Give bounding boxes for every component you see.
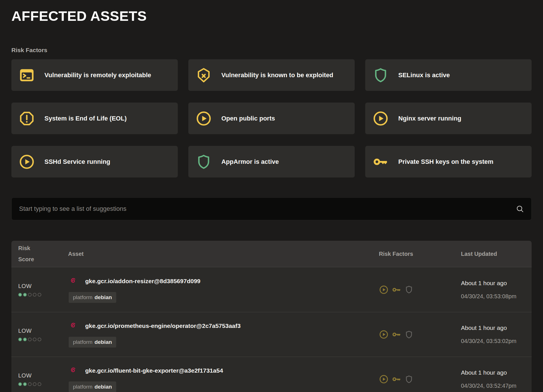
table-row[interactable]: LOW gke.gcr.io/prometheus-engine/operato… [11,312,532,357]
affected-assets-page: AFFECTED ASSETS Risk Factors Vulnerabili… [0,0,543,392]
platform-chip-value: debian [95,294,112,301]
last-updated-timestamp: 04/30/24, 03:53:02pm [461,338,525,344]
risk-dot-empty [28,382,32,386]
asset-search-bar[interactable] [11,197,532,220]
platform-chip-key: platform [73,339,93,345]
risk-score-cell: LOW [18,372,68,386]
risk-factor-card[interactable]: Vulnerability is known to be exploited [188,59,355,91]
shield-icon [195,153,212,170]
risk-dot-empty [33,338,36,341]
key-icon [372,153,389,170]
column-header-last-updated: Last Updated [450,251,525,257]
table-header: Risk Score Asset Risk Factors Last Updat… [11,241,532,267]
search-input[interactable] [19,205,515,213]
risk-dot-empty [38,293,41,297]
risk-dot-empty [28,293,32,297]
risk-factor-card[interactable]: AppArmor is active [188,146,355,177]
risk-factor-card-label: System is End of Life (EOL) [44,115,126,122]
risk-factor-icons [368,374,450,384]
key-icon [392,285,401,295]
risk-score-dots [18,382,68,386]
platform-chip-key: platform [73,384,93,390]
platform-chip-key: platform [73,294,93,301]
shield-x-icon [195,67,212,84]
risk-factor-card[interactable]: Nginx server running [365,103,532,134]
shield-icon [405,330,413,339]
table-row[interactable]: LOW gke.gcr.io/addon-resizer@8d385697d09… [11,267,532,312]
alert-octagon-icon [18,110,35,127]
risk-dot-filled [23,382,27,386]
risk-score-label: LOW [18,328,68,334]
platform-chip: platform debian [69,292,116,303]
risk-factors-section-label: Risk Factors [11,47,532,54]
risk-score-label: LOW [18,372,68,379]
risk-dot-filled [23,293,27,297]
risk-dot-empty [33,382,36,386]
risk-dot-empty [28,338,32,341]
asset-cell: gke.gcr.io/prometheus-engine/operator@2c… [68,321,368,348]
risk-factor-card-label: Vulnerability is known to be exploited [221,72,333,79]
shield-icon [405,285,413,294]
risk-dot-empty [38,382,41,386]
risk-score-label: LOW [18,283,68,289]
platform-chip-value: debian [95,339,112,345]
terminal-icon [18,67,35,84]
platform-chip-value: debian [95,384,112,390]
risk-factor-card-label: Vulnerability is remotely exploitable [44,72,151,79]
platform-chip: platform debian [69,381,116,392]
shield-icon [405,375,413,384]
affected-assets-table: Risk Score Asset Risk Factors Last Updat… [11,241,532,392]
risk-factor-card-label: SSHd Service running [44,158,110,166]
last-updated-cell: About 1 hour ago 04/30/24, 03:53:02pm [450,324,525,344]
risk-dot-filled [18,338,22,341]
search-icon[interactable] [515,204,524,213]
debian-logo [69,321,78,330]
risk-dot-empty [33,293,36,297]
risk-dot-filled [18,382,22,386]
play-circle-icon [379,374,389,384]
key-icon [392,374,401,384]
asset-cell: gke.gcr.io/fluent-bit-gke-exporter@a3e2f… [68,366,368,392]
table-row[interactable]: LOW gke.gcr.io/fluent-bit-gke-exporter@a… [11,357,532,392]
last-updated-timestamp: 04/30/24, 03:52:47pm [461,383,525,389]
risk-factor-card[interactable]: Private SSH keys on the system [365,146,532,177]
risk-factor-card[interactable]: System is End of Life (EOL) [11,103,178,134]
last-updated-relative: About 1 hour ago [461,280,525,287]
table-body: LOW gke.gcr.io/addon-resizer@8d385697d09… [11,267,532,392]
last-updated-relative: About 1 hour ago [461,369,525,376]
risk-factor-cards: Vulnerability is remotely exploitable Vu… [11,59,532,177]
key-icon [392,330,401,339]
last-updated-cell: About 1 hour ago 04/30/24, 03:53:08pm [450,280,525,300]
asset-cell: gke.gcr.io/addon-resizer@8d385697d099 pl… [68,277,368,303]
risk-score-cell: LOW [18,328,68,341]
play-circle-icon [379,330,389,339]
risk-factor-card[interactable]: SSHd Service running [11,146,178,177]
asset-name: gke.gcr.io/fluent-bit-gke-exporter@a3e2f… [85,367,223,374]
column-header-asset: Asset [68,251,368,257]
platform-chip: platform debian [69,337,116,348]
last-updated-timestamp: 04/30/24, 03:53:08pm [461,293,525,300]
risk-dot-filled [23,338,27,341]
asset-name: gke.gcr.io/addon-resizer@8d385697d099 [85,278,201,285]
risk-score-cell: LOW [18,283,68,297]
risk-factor-card-label: SELinux is active [398,72,450,79]
risk-factor-card[interactable]: Vulnerability is remotely exploitable [11,59,178,91]
last-updated-relative: About 1 hour ago [461,324,525,331]
shield-icon [372,67,389,84]
risk-factor-card-label: AppArmor is active [221,158,279,166]
risk-factor-card-label: Open public ports [221,115,275,122]
risk-dot-filled [18,293,22,297]
risk-dot-empty [38,338,41,341]
column-header-risk-factors: Risk Factors [368,251,450,257]
risk-score-dots [18,293,68,297]
risk-factor-card[interactable]: SELinux is active [365,59,532,91]
play-circle-icon [379,285,389,295]
debian-logo [69,366,78,375]
debian-logo [69,277,78,286]
risk-factor-card-label: Nginx server running [398,115,461,122]
last-updated-cell: About 1 hour ago 04/30/24, 03:52:47pm [450,369,525,389]
play-circle-icon [372,110,389,127]
page-title: AFFECTED ASSETS [11,8,532,24]
asset-name: gke.gcr.io/prometheus-engine/operator@2c… [85,322,241,329]
risk-factor-card[interactable]: Open public ports [188,103,355,134]
